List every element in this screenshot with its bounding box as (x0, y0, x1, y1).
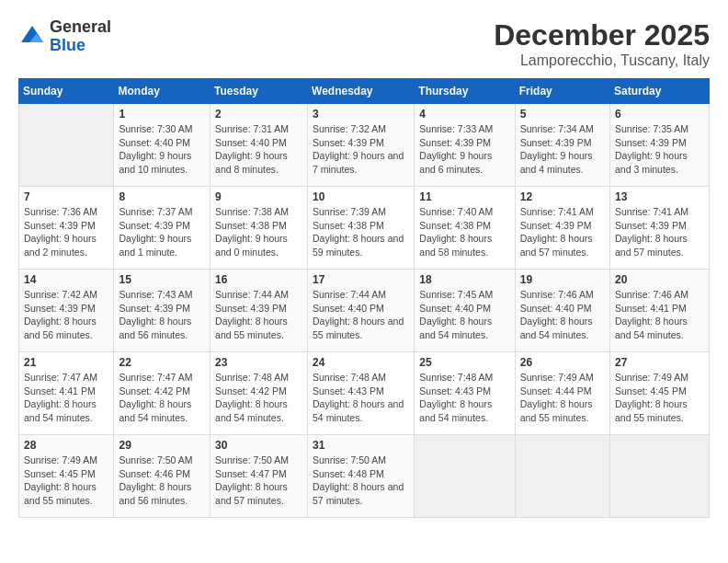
day-number: 22 (119, 356, 205, 369)
day-info: Sunrise: 7:40 AM Sunset: 4:38 PM Dayligh… (419, 205, 509, 259)
calendar-cell (515, 435, 609, 518)
calendar-cell: 25Sunrise: 7:48 AM Sunset: 4:43 PM Dayli… (415, 352, 515, 435)
calendar-table: Sunday Monday Tuesday Wednesday Thursday… (18, 78, 710, 518)
calendar-cell: 7Sunrise: 7:36 AM Sunset: 4:39 PM Daylig… (19, 187, 114, 270)
calendar-cell: 15Sunrise: 7:43 AM Sunset: 4:39 PM Dayli… (114, 270, 210, 352)
calendar-cell: 2Sunrise: 7:31 AM Sunset: 4:40 PM Daylig… (210, 104, 308, 187)
day-number: 2 (215, 108, 302, 121)
day-info: Sunrise: 7:43 AM Sunset: 4:39 PM Dayligh… (119, 288, 205, 342)
calendar-cell: 4Sunrise: 7:33 AM Sunset: 4:39 PM Daylig… (415, 104, 515, 187)
day-info: Sunrise: 7:35 AM Sunset: 4:39 PM Dayligh… (615, 122, 704, 177)
day-info: Sunrise: 7:50 AM Sunset: 4:46 PM Dayligh… (119, 454, 205, 508)
calendar-cell (610, 435, 710, 518)
day-info: Sunrise: 7:33 AM Sunset: 4:39 PM Dayligh… (419, 122, 509, 177)
calendar-cell (19, 104, 114, 187)
calendar-header: Sunday Monday Tuesday Wednesday Thursday… (19, 79, 710, 104)
day-info: Sunrise: 7:44 AM Sunset: 4:40 PM Dayligh… (313, 288, 409, 342)
col-sunday: Sunday (19, 79, 114, 104)
day-info: Sunrise: 7:34 AM Sunset: 4:39 PM Dayligh… (520, 122, 605, 177)
calendar-cell: 26Sunrise: 7:49 AM Sunset: 4:44 PM Dayli… (515, 352, 609, 435)
day-number: 7 (24, 190, 108, 203)
day-number: 6 (615, 108, 704, 121)
title-block: December 2025 Lamporecchio, Tuscany, Ita… (494, 18, 710, 69)
calendar-cell: 3Sunrise: 7:32 AM Sunset: 4:39 PM Daylig… (308, 104, 415, 187)
day-info: Sunrise: 7:50 AM Sunset: 4:47 PM Dayligh… (215, 454, 302, 508)
day-number: 4 (419, 108, 509, 121)
col-saturday: Saturday (610, 79, 710, 104)
day-info: Sunrise: 7:46 AM Sunset: 4:40 PM Dayligh… (520, 288, 605, 342)
calendar-cell: 29Sunrise: 7:50 AM Sunset: 4:46 PM Dayli… (114, 435, 210, 518)
day-info: Sunrise: 7:38 AM Sunset: 4:38 PM Dayligh… (215, 205, 302, 259)
day-info: Sunrise: 7:36 AM Sunset: 4:39 PM Dayligh… (24, 205, 108, 259)
calendar-cell: 8Sunrise: 7:37 AM Sunset: 4:39 PM Daylig… (114, 187, 210, 270)
calendar-cell: 10Sunrise: 7:39 AM Sunset: 4:38 PM Dayli… (308, 187, 415, 270)
calendar-cell: 18Sunrise: 7:45 AM Sunset: 4:40 PM Dayli… (415, 270, 515, 352)
day-info: Sunrise: 7:49 AM Sunset: 4:44 PM Dayligh… (520, 371, 605, 425)
day-number: 17 (313, 273, 409, 286)
col-thursday: Thursday (415, 79, 515, 104)
day-number: 18 (419, 273, 509, 286)
day-number: 1 (119, 108, 205, 121)
logo-icon (18, 23, 46, 51)
calendar-body: 1Sunrise: 7:30 AM Sunset: 4:40 PM Daylig… (19, 104, 710, 518)
day-info: Sunrise: 7:32 AM Sunset: 4:39 PM Dayligh… (313, 122, 409, 177)
day-info: Sunrise: 7:39 AM Sunset: 4:38 PM Dayligh… (313, 205, 409, 259)
day-number: 9 (215, 190, 302, 203)
logo: General Blue (18, 18, 111, 55)
day-number: 24 (313, 356, 409, 369)
day-number: 16 (215, 273, 302, 286)
month-year-title: December 2025 (494, 18, 710, 52)
day-info: Sunrise: 7:31 AM Sunset: 4:40 PM Dayligh… (215, 122, 302, 177)
col-wednesday: Wednesday (308, 79, 415, 104)
day-number: 12 (520, 190, 605, 203)
day-number: 8 (119, 190, 205, 203)
day-info: Sunrise: 7:47 AM Sunset: 4:41 PM Dayligh… (24, 371, 108, 425)
calendar-cell: 1Sunrise: 7:30 AM Sunset: 4:40 PM Daylig… (114, 104, 210, 187)
col-tuesday: Tuesday (210, 79, 308, 104)
day-number: 28 (24, 439, 108, 452)
day-info: Sunrise: 7:30 AM Sunset: 4:40 PM Dayligh… (119, 122, 205, 177)
day-info: Sunrise: 7:49 AM Sunset: 4:45 PM Dayligh… (615, 371, 704, 425)
day-number: 19 (520, 273, 605, 286)
col-monday: Monday (114, 79, 210, 104)
day-number: 26 (520, 356, 605, 369)
calendar-cell: 19Sunrise: 7:46 AM Sunset: 4:40 PM Dayli… (515, 270, 609, 352)
calendar-cell: 16Sunrise: 7:44 AM Sunset: 4:39 PM Dayli… (210, 270, 308, 352)
day-number: 10 (313, 190, 409, 203)
calendar-cell: 12Sunrise: 7:41 AM Sunset: 4:39 PM Dayli… (515, 187, 609, 270)
calendar-cell: 13Sunrise: 7:41 AM Sunset: 4:39 PM Dayli… (610, 187, 710, 270)
day-number: 23 (215, 356, 302, 369)
day-info: Sunrise: 7:44 AM Sunset: 4:39 PM Dayligh… (215, 288, 302, 342)
calendar-cell: 17Sunrise: 7:44 AM Sunset: 4:40 PM Dayli… (308, 270, 415, 352)
logo-text: General Blue (50, 18, 111, 55)
day-info: Sunrise: 7:49 AM Sunset: 4:45 PM Dayligh… (24, 454, 108, 508)
day-info: Sunrise: 7:41 AM Sunset: 4:39 PM Dayligh… (520, 205, 605, 259)
day-info: Sunrise: 7:48 AM Sunset: 4:43 PM Dayligh… (313, 371, 409, 425)
day-number: 31 (313, 439, 409, 452)
day-info: Sunrise: 7:48 AM Sunset: 4:42 PM Dayligh… (215, 371, 302, 425)
calendar-cell: 9Sunrise: 7:38 AM Sunset: 4:38 PM Daylig… (210, 187, 308, 270)
day-info: Sunrise: 7:50 AM Sunset: 4:48 PM Dayligh… (313, 454, 409, 508)
calendar-cell: 21Sunrise: 7:47 AM Sunset: 4:41 PM Dayli… (19, 352, 114, 435)
day-number: 14 (24, 273, 108, 286)
calendar-cell: 22Sunrise: 7:47 AM Sunset: 4:42 PM Dayli… (114, 352, 210, 435)
calendar-cell (415, 435, 515, 518)
calendar-cell: 6Sunrise: 7:35 AM Sunset: 4:39 PM Daylig… (610, 104, 710, 187)
calendar-cell: 30Sunrise: 7:50 AM Sunset: 4:47 PM Dayli… (210, 435, 308, 518)
day-info: Sunrise: 7:45 AM Sunset: 4:40 PM Dayligh… (419, 288, 509, 342)
day-info: Sunrise: 7:48 AM Sunset: 4:43 PM Dayligh… (419, 371, 509, 425)
day-number: 30 (215, 439, 302, 452)
day-number: 25 (419, 356, 509, 369)
day-number: 11 (419, 190, 509, 203)
day-info: Sunrise: 7:46 AM Sunset: 4:41 PM Dayligh… (615, 288, 704, 342)
calendar-cell: 28Sunrise: 7:49 AM Sunset: 4:45 PM Dayli… (19, 435, 114, 518)
day-number: 5 (520, 108, 605, 121)
col-friday: Friday (515, 79, 609, 104)
day-number: 15 (119, 273, 205, 286)
calendar-cell: 23Sunrise: 7:48 AM Sunset: 4:42 PM Dayli… (210, 352, 308, 435)
calendar-cell: 5Sunrise: 7:34 AM Sunset: 4:39 PM Daylig… (515, 104, 609, 187)
day-info: Sunrise: 7:42 AM Sunset: 4:39 PM Dayligh… (24, 288, 108, 342)
day-number: 3 (313, 108, 409, 121)
day-info: Sunrise: 7:47 AM Sunset: 4:42 PM Dayligh… (119, 371, 205, 425)
calendar-cell: 11Sunrise: 7:40 AM Sunset: 4:38 PM Dayli… (415, 187, 515, 270)
